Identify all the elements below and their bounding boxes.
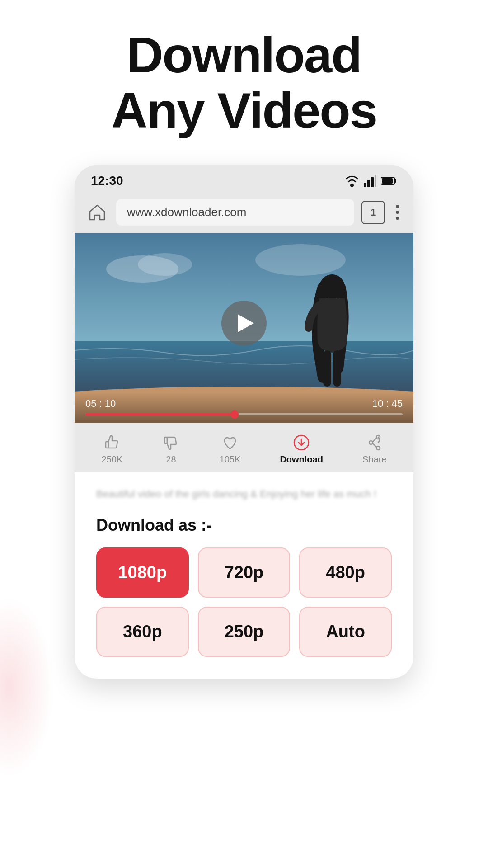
menu-dot-1 — [396, 205, 399, 208]
quality-720p[interactable]: 720p — [198, 547, 291, 598]
phone-mockup: 12:30 — [75, 165, 413, 679]
progress-fill — [85, 413, 235, 415]
dislike-count: 28 — [166, 454, 176, 465]
status-time: 12:30 — [91, 174, 123, 188]
menu-button[interactable] — [392, 201, 403, 223]
action-bar: 250K 28 105K Download — [75, 423, 413, 472]
url-bar[interactable] — [116, 199, 354, 226]
video-player[interactable]: 05 : 10 10 : 45 — [75, 233, 413, 423]
svg-point-9 — [138, 253, 192, 276]
time-row: 05 : 10 10 : 45 — [85, 398, 403, 410]
heart-count: 105K — [220, 454, 241, 465]
svg-rect-6 — [394, 179, 396, 183]
hero-line2: Any Videos — [111, 82, 377, 139]
svg-rect-3 — [375, 175, 376, 187]
svg-rect-16 — [106, 442, 108, 448]
thumbs-up-icon — [103, 434, 121, 452]
progress-track[interactable] — [85, 413, 403, 415]
status-icons — [345, 175, 397, 187]
menu-dot-2 — [396, 211, 399, 214]
share-label: Share — [362, 454, 386, 465]
hero-line1: Download — [127, 27, 361, 83]
svg-point-21 — [376, 446, 380, 450]
svg-rect-2 — [371, 177, 374, 187]
total-time: 10 : 45 — [372, 398, 403, 410]
quality-auto[interactable]: Auto — [299, 607, 392, 657]
decoration-wave — [0, 597, 54, 778]
home-button[interactable] — [85, 201, 109, 224]
play-triangle — [238, 314, 254, 332]
svg-rect-1 — [367, 180, 370, 187]
svg-point-10 — [255, 244, 346, 276]
current-time: 05 : 10 — [85, 398, 116, 410]
video-description: Beautiful video of the girls dancing & E… — [96, 486, 392, 501]
heart-icon — [221, 434, 239, 452]
share-icon — [366, 434, 384, 452]
svg-line-24 — [373, 443, 376, 447]
download-action-button[interactable]: Download — [280, 434, 323, 465]
quality-250p[interactable]: 250p — [198, 607, 291, 657]
like-button[interactable]: 250K — [102, 434, 123, 465]
play-button[interactable] — [221, 301, 267, 346]
quality-1080p[interactable]: 1080p — [96, 547, 189, 598]
like-count: 250K — [102, 454, 123, 465]
download-action-label: Download — [280, 454, 323, 465]
status-bar: 12:30 — [75, 165, 413, 192]
svg-rect-15 — [333, 350, 341, 387]
share-button[interactable]: Share — [362, 434, 386, 465]
home-icon — [87, 203, 107, 222]
heart-button[interactable]: 105K — [220, 434, 241, 465]
progress-thumb[interactable] — [230, 410, 239, 419]
svg-point-22 — [369, 441, 373, 444]
svg-rect-5 — [382, 178, 393, 184]
battery-icon — [381, 176, 397, 185]
content-area: Beautiful video of the girls dancing & E… — [75, 472, 413, 679]
browser-bar: 1 — [75, 192, 413, 233]
signal-icon — [364, 175, 376, 187]
quality-360p[interactable]: 360p — [96, 607, 189, 657]
quality-grid: 1080p 720p 480p 360p 250p Auto — [96, 547, 392, 657]
quality-480p[interactable]: 480p — [299, 547, 392, 598]
download-as-label: Download as :- — [96, 516, 392, 535]
svg-rect-17 — [164, 437, 167, 443]
download-action-icon — [292, 434, 310, 452]
svg-rect-0 — [364, 183, 366, 187]
wifi-icon — [345, 175, 359, 187]
tab-count[interactable]: 1 — [361, 201, 385, 224]
thumbs-down-icon — [162, 434, 180, 452]
dislike-button[interactable]: 28 — [162, 434, 180, 465]
svg-rect-14 — [323, 350, 331, 387]
hero-title: Download Any Videos — [111, 27, 377, 138]
video-controls: 05 : 10 10 : 45 — [75, 392, 413, 423]
svg-line-23 — [373, 438, 376, 442]
menu-dot-3 — [396, 217, 399, 220]
